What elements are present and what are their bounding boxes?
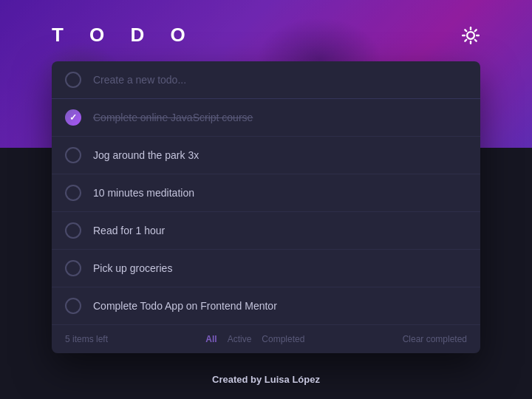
clear-completed-button[interactable]: Clear completed <box>403 334 467 344</box>
todo-text: Read for 1 hour <box>93 225 165 236</box>
svg-line-8 <box>475 30 477 31</box>
todo-footer: 5 items left All Active Completed Clear … <box>52 325 480 353</box>
attribution: Created by Luisa López <box>212 374 320 385</box>
todo-text: Complete Todo App on Frontend Mentor <box>93 300 277 312</box>
app-title: T O D O <box>52 24 196 47</box>
todo-circle-empty[interactable] <box>65 298 81 314</box>
new-todo-circle[interactable] <box>65 72 81 88</box>
todo-list: ✓ Complete online JavaScript course Jog … <box>52 99 480 325</box>
todo-item[interactable]: Pick up groceries <box>52 250 480 287</box>
attribution-text: Created by Luisa López <box>212 374 320 385</box>
todo-item[interactable]: Read for 1 hour <box>52 212 480 250</box>
todo-item[interactable]: ✓ Complete online JavaScript course <box>52 99 480 137</box>
todo-card: ✓ Complete online JavaScript course Jog … <box>52 61 480 353</box>
todo-item[interactable]: 10 minutes meditation <box>52 174 480 212</box>
app-header: T O D O <box>52 24 480 47</box>
todo-text: Pick up groceries <box>93 262 172 274</box>
todo-circle-empty[interactable] <box>65 147 81 163</box>
todo-item[interactable]: Jog around the park 3x <box>52 137 480 174</box>
new-todo-row <box>52 61 480 99</box>
theme-toggle-button[interactable] <box>461 26 480 45</box>
filter-active-button[interactable]: Active <box>228 334 252 344</box>
todo-circle-checked[interactable]: ✓ <box>65 109 81 126</box>
filter-group: All Active Completed <box>205 334 304 344</box>
todo-text: 10 minutes meditation <box>93 187 194 199</box>
filter-completed-button[interactable]: Completed <box>262 334 304 344</box>
filter-all-button[interactable]: All <box>205 334 216 344</box>
svg-line-6 <box>475 39 477 41</box>
todo-text: Complete online JavaScript course <box>93 112 253 123</box>
todo-text: Jog around the park 3x <box>93 149 199 161</box>
svg-line-5 <box>465 30 466 31</box>
new-todo-input[interactable] <box>93 74 467 86</box>
items-left-count: 5 items left <box>65 334 108 344</box>
todo-circle-empty[interactable] <box>65 185 81 201</box>
todo-circle-empty[interactable] <box>65 222 81 239</box>
checkmark-icon: ✓ <box>69 112 77 123</box>
svg-point-0 <box>467 32 474 39</box>
todo-circle-empty[interactable] <box>65 260 81 276</box>
todo-item[interactable]: Complete Todo App on Frontend Mentor <box>52 287 480 325</box>
svg-line-7 <box>465 39 466 41</box>
